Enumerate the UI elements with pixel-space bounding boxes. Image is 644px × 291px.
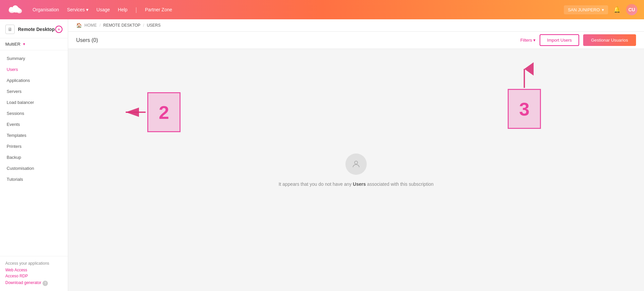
sidebar-item-summary[interactable]: Summary <box>0 53 68 64</box>
nav-help[interactable]: Help <box>118 7 128 12</box>
gestionar-usuarios-button[interactable]: Gestionar Usuarios <box>583 34 636 46</box>
logo[interactable] <box>7 4 23 15</box>
main-content: 🏠 HOME / REMOTE DESKTOP / USERS Users (0… <box>68 19 644 291</box>
acceso-rdp-link[interactable]: Acceso RDP <box>5 274 63 278</box>
filters-button[interactable]: Filters ▾ <box>520 38 536 43</box>
annotation-3: 3 <box>508 67 541 129</box>
breadcrumb-sep-2: / <box>143 23 144 28</box>
nav-services[interactable]: Services ▾ <box>67 7 88 12</box>
breadcrumb: 🏠 HOME / REMOTE DESKTOP / USERS <box>68 19 644 32</box>
breadcrumb-home: HOME <box>84 23 97 28</box>
remote-desktop-icon: 🖥 <box>5 25 15 34</box>
sidebar-item-customisation[interactable]: Customisation <box>0 163 68 174</box>
svg-point-6 <box>354 161 357 164</box>
sidebar-item-load-balancer[interactable]: Load balancer <box>0 97 68 108</box>
sidebar-header: 🖥 Remote Desktop + <box>0 19 68 38</box>
main-layout: 🖥 Remote Desktop + MultiER ▼ Summary Use… <box>0 19 644 291</box>
org-chevron: ▼ <box>23 42 26 46</box>
arrow-3-icon <box>518 67 531 89</box>
import-users-button[interactable]: Import Users <box>540 34 579 46</box>
sidebar-footer: Access your applications Web Access Acce… <box>0 256 68 291</box>
annotation-box-3: 3 <box>508 89 541 129</box>
sidebar-item-events[interactable]: Events <box>0 119 68 130</box>
download-generator-link[interactable]: Download generator <box>5 280 41 285</box>
sidebar-item-applications[interactable]: Applications <box>0 75 68 86</box>
empty-message: It appears that you do not have any User… <box>279 181 434 187</box>
nav-links: Organisation Services ▾ Usage Help | Par… <box>33 6 554 13</box>
sidebar-nav: Summary Users Applications Servers Load … <box>0 50 68 256</box>
content-wrapper: It appears that you do not have any User… <box>68 49 644 291</box>
toolbar-right: Filters ▾ Import Users Gestionar Usuario… <box>520 34 636 46</box>
sidebar-item-users[interactable]: Users <box>0 64 68 75</box>
sidebar-item-sessions[interactable]: Sessions <box>0 108 68 119</box>
sidebar-item-templates[interactable]: Templates <box>0 130 68 141</box>
sidebar-item-printers[interactable]: Printers <box>0 141 68 152</box>
sidebar: 🖥 Remote Desktop + MultiER ▼ Summary Use… <box>0 19 68 291</box>
sidebar-item-backup[interactable]: Backup <box>0 152 68 163</box>
page-title: Users (0) <box>76 37 98 43</box>
svg-point-5 <box>17 8 21 12</box>
notifications-bell[interactable]: 🔔 <box>613 6 621 13</box>
top-navigation: Organisation Services ▾ Usage Help | Par… <box>0 0 644 19</box>
nav-right: SAN JUNIPERO ▾ 🔔 CU <box>564 4 637 15</box>
home-icon: 🏠 <box>76 23 82 28</box>
add-service-button[interactable]: + <box>55 26 63 33</box>
web-access-link[interactable]: Web Access <box>5 268 63 272</box>
sidebar-item-servers[interactable]: Servers <box>0 86 68 97</box>
nav-separator: | <box>135 6 137 13</box>
empty-state: It appears that you do not have any User… <box>68 49 644 291</box>
org-name: MultiER <box>5 42 21 47</box>
org-selector[interactable]: MultiER ▼ <box>0 38 68 50</box>
user-icon <box>351 159 361 169</box>
user-avatar[interactable]: CU <box>626 4 637 15</box>
breadcrumb-sep-1: / <box>99 23 100 28</box>
sidebar-item-tutorials[interactable]: Tutorials <box>0 174 68 185</box>
nav-usage[interactable]: Usage <box>96 7 110 12</box>
download-generator-row: Download generator ? <box>5 280 63 286</box>
nav-partner-zone[interactable]: Partner Zone <box>145 7 172 12</box>
sidebar-header-left: 🖥 Remote Desktop <box>5 25 55 34</box>
filters-chevron: ▾ <box>533 38 536 43</box>
sidebar-service-title: Remote Desktop <box>18 27 55 32</box>
breadcrumb-page: USERS <box>147 23 161 28</box>
services-chevron: ▾ <box>86 7 88 12</box>
breadcrumb-service: REMOTE DESKTOP <box>103 23 141 28</box>
empty-icon-circle <box>345 153 367 175</box>
help-circle-icon[interactable]: ? <box>43 281 48 286</box>
nav-organisation[interactable]: Organisation <box>33 7 59 12</box>
region-chevron: ▾ <box>602 7 604 12</box>
page-toolbar: Users (0) Filters ▾ Import Users Gestion… <box>68 32 644 49</box>
region-selector[interactable]: SAN JUNIPERO ▾ <box>564 5 608 14</box>
access-apps-label: Access your applications <box>5 261 63 266</box>
annotation-number-3: 3 <box>519 98 529 120</box>
